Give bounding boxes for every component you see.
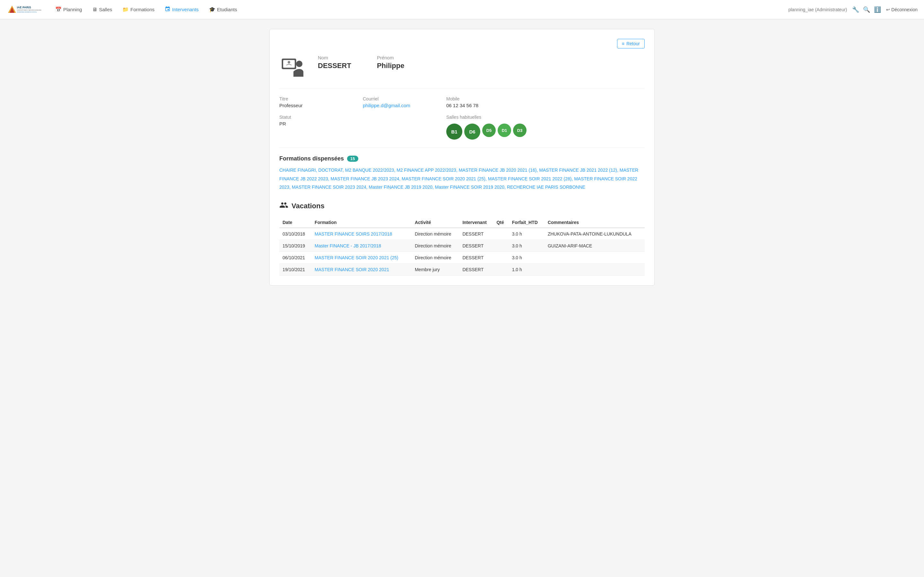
formation-link[interactable]: MASTER FINANCE JB 2021 2022 (12) [539,168,617,172]
formation-link[interactable]: MASTER FINANCE JB 2023 2024 [331,176,399,181]
teacher-icon [165,6,171,13]
cell-activite: Direction mémoire [411,251,459,263]
formation-link[interactable]: Master FINANCE SOIR 2019 2020 [435,185,505,190]
nav-salles-label: Salles [99,7,112,12]
formation-link[interactable]: Master FINANCE JB 2019 2020 [369,185,432,190]
cell-activite: Direction mémoire [411,228,459,240]
mobile-item: Mobile 06 12 34 56 78 [446,96,527,108]
cell-formation[interactable]: MASTER FINANCE SOIR 2020 2021 (25) [311,251,411,263]
table-row: 03/10/2018MASTER FINANCE SOIRS 2017/2018… [279,228,645,240]
avatar [279,55,305,81]
info-icon[interactable]: ℹ️ [874,6,881,13]
nav-etudiants-label: Etudiants [217,7,237,12]
cell-activite: Membre jury [411,263,459,276]
courriel-item: Courriel philippe.d@gmail.com [363,96,427,108]
nav-etudiants[interactable]: 🎓 Etudiants [205,4,242,15]
salle-badge-b1: B1 [446,124,462,140]
retour-button[interactable]: ≡ Retour [617,39,645,48]
mobile-label: Mobile [446,96,527,102]
cell-intervenant: DESSERT [459,228,493,240]
formation-link[interactable]: RECHERCHE IAE PARIS SORBONNE [507,185,585,190]
courriel-label: Courriel [363,96,427,102]
nav-intervenants[interactable]: Intervenants [160,3,203,16]
cell-formation[interactable]: MASTER FINANCE SOIR 2020 2021 [311,263,411,276]
cell-intervenant: DESSERT [459,263,493,276]
cell-intervenant: DESSERT [459,251,493,263]
table-body: 03/10/2018MASTER FINANCE SOIRS 2017/2018… [279,228,645,276]
formations-count: 15 [347,156,358,162]
salle-badge-d3: D3 [513,124,527,137]
prenom-label: Prénom [377,55,405,60]
formation-link[interactable]: CHAIRE FINAGRI [279,168,316,172]
statut-label: Statut [279,114,343,120]
col-formation: Formation [311,217,411,228]
cell-commentaires: GUIZANI-ARIF-MACE [545,240,645,251]
formations-section: Formations dispensées 15 CHAIRE FINAGRI,… [279,155,645,192]
cell-commentaires: ZHUKOVA-PATA-ANTOINE-LUKUNDULA [545,228,645,240]
cell-date: 15/10/2019 [279,240,311,251]
profile-header: Nom DESSERT Prénom Philippe [279,55,645,89]
svg-point-8 [288,61,290,64]
salles-label: Salles habituelles [446,114,527,120]
formation-link[interactable]: M2 BANQUE 2022/2023 [345,168,394,172]
courriel-value[interactable]: philippe.d@gmail.com [363,103,427,108]
profile-fields: Nom DESSERT Prénom Philippe [318,55,645,70]
table-row: 19/10/2021MASTER FINANCE SOIR 2020 2021M… [279,263,645,276]
detail-col-right: Mobile 06 12 34 56 78 Salles habituelles… [446,96,527,140]
deconnexion-button[interactable]: ↩ Déconnexion [886,7,918,12]
salle-badge-d6: D6 [464,124,480,140]
vacations-section: Vacations Date Formation Activité Interv… [279,201,645,276]
vacations-title-text: Vacations [292,202,324,210]
logo[interactable]: IAE PARIS UNIVERSITÉ PARIS 1 PANTHÉON SO… [6,2,42,18]
calendar-icon: 📅 [55,6,62,13]
nom-value: DESSERT [318,61,351,70]
prenom-field: Prénom Philippe [377,55,405,70]
wrench-icon[interactable]: 🔧 [852,6,859,13]
navbar-right: planning_iae (Administrateur) 🔧 🔍 ℹ️ ↩ D… [788,6,918,13]
main-content: ≡ Retour Nom DESSERT Prénom [269,29,655,285]
nom-field: Nom DESSERT [318,55,351,70]
cell-formation[interactable]: Master FINANCE - JB 2017/2018 [311,240,411,251]
formation-link[interactable]: MASTER FINANCE SOIR 2020 2021 (25) [402,176,485,181]
formation-link[interactable]: DOCTORAT [318,168,343,172]
titre-item: Titre Professeur [279,96,343,108]
folder-icon: 📁 [123,6,129,13]
nav-links: 📅 Planning 🖥 Salles 📁 Formations Interve… [51,3,785,16]
nav-formations-label: Formations [131,7,155,12]
cell-formation[interactable]: MASTER FINANCE SOIRS 2017/2018 [311,228,411,240]
formation-link[interactable]: MASTER FINANCE JB 2020 2021 (16) [459,168,537,172]
cell-intervenant: DESSERT [459,240,493,251]
table-row: 06/10/2021MASTER FINANCE SOIR 2020 2021 … [279,251,645,263]
monitor-icon: 🖥 [92,7,97,13]
cell-date: 06/10/2021 [279,251,311,263]
graduation-icon: 🎓 [209,6,215,13]
vacations-icon [279,201,288,211]
formation-link[interactable]: MASTER FINANCE SOIR 2023 2024 [292,185,366,190]
titre-value: Professeur [279,103,343,108]
prenom-value: Philippe [377,61,405,70]
retour-label: Retour [626,41,640,46]
formations-list: CHAIRE FINAGRI, DOCTORAT, M2 BANQUE 2022… [279,166,645,192]
search-icon[interactable]: 🔍 [863,6,870,13]
col-commentaires: Commentaires [545,217,645,228]
table-header: Date Formation Activité Intervenant Qté … [279,217,645,228]
nom-label: Nom [318,55,351,60]
formation-link[interactable]: MASTER FINANCE SOIR 2021 2022 (28) [488,176,572,181]
cell-date: 19/10/2021 [279,263,311,276]
formations-title: Formations dispensées 15 [279,155,645,162]
salles-badges: B1D6D5D1D3 [446,124,527,140]
nav-salles[interactable]: 🖥 Salles [88,4,116,15]
cell-forfait: 1.0 h [509,263,545,276]
formation-link[interactable]: M2 FINANCE APP 2022/2023 [397,168,456,172]
table-row: 15/10/2019Master FINANCE - JB 2017/2018D… [279,240,645,251]
svg-text:IAE PARIS: IAE PARIS [17,6,31,9]
nav-formations[interactable]: 📁 Formations [118,4,159,15]
svg-text:UNIVERSITÉ PARIS 1 PANTHÉON SO: UNIVERSITÉ PARIS 1 PANTHÉON SORBONNE [17,9,42,11]
nav-planning-label: Planning [63,7,82,12]
top-right: ≡ Retour [279,39,645,48]
cell-forfait: 3.0 h [509,251,545,263]
cell-commentaires [545,263,645,276]
salle-badge-d5: D5 [482,124,496,137]
navbar-actions: 🔧 🔍 ℹ️ [852,6,881,13]
nav-planning[interactable]: 📅 Planning [51,4,86,15]
